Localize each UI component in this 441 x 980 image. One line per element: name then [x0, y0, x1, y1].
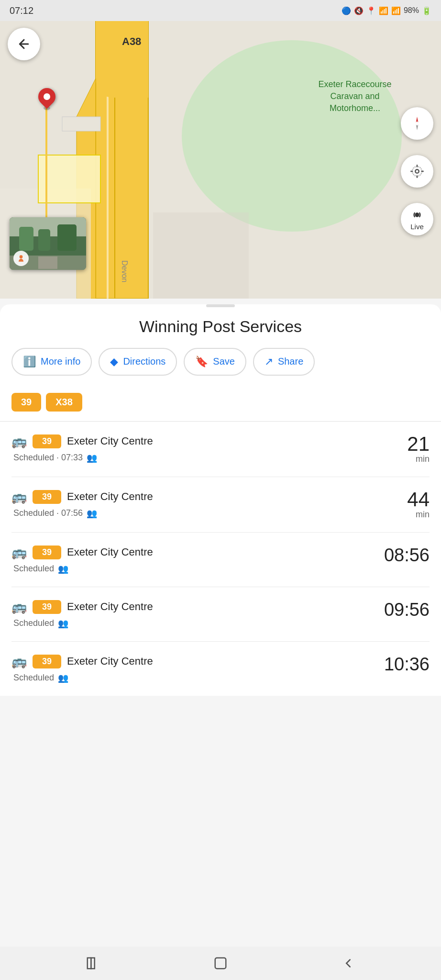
route-badge: 39 — [33, 600, 61, 614]
recent-apps-button[interactable] — [81, 951, 105, 975]
svg-marker-11 — [416, 117, 419, 122]
more-info-label: More info — [41, 356, 80, 367]
route-badge: 39 — [33, 434, 61, 448]
directions-label: Directions — [123, 356, 165, 367]
action-buttons-row: ℹ️ More info ◆ Directions 🔖 Save ↗ Share — [11, 348, 430, 379]
svg-marker-12 — [416, 124, 419, 130]
schedule-left: 🚌 39 Exeter City Centre Scheduled · 07:5… — [11, 490, 153, 519]
schedule-time: 21 min — [407, 434, 430, 464]
street-view-icon — [13, 251, 29, 266]
map-area: A38 Devon Exeter Racecourse Caravan and … — [0, 21, 441, 299]
route-destination: Exeter City Centre — [67, 490, 153, 503]
schedule-left: 🚌 39 Exeter City Centre Scheduled 👥 — [11, 600, 153, 629]
svg-rect-18 — [19, 227, 33, 251]
save-button[interactable]: 🔖 Save — [184, 348, 246, 376]
occupancy-icon: 👥 — [58, 673, 68, 683]
map-pin — [38, 88, 55, 110]
schedule-list: 🚌 39 Exeter City Centre Scheduled · 07:3… — [11, 422, 430, 696]
schedule-time: 10:36 — [384, 654, 430, 675]
status-text: Scheduled — [13, 673, 54, 683]
home-button[interactable] — [209, 951, 232, 975]
route-chip-39[interactable]: 39 — [11, 393, 41, 412]
occupancy-icon: 👥 — [87, 508, 97, 519]
location-icon: 📍 — [366, 6, 376, 15]
svg-rect-20 — [57, 224, 77, 251]
schedule-item[interactable]: 🚌 39 Exeter City Centre Scheduled 👥 08:5… — [11, 533, 430, 587]
directions-button[interactable]: ◆ Directions — [99, 348, 177, 376]
duration-unit: min — [416, 510, 430, 520]
schedule-top: 🚌 39 Exeter City Centre — [11, 600, 153, 614]
wifi-icon: 📶 — [379, 6, 388, 15]
nav-bar — [0, 947, 441, 980]
share-icon: ↗ — [265, 356, 273, 368]
bluetooth-icon: 🔵 — [342, 6, 351, 15]
status-time: 07:12 — [10, 5, 33, 16]
location-button[interactable] — [401, 155, 433, 188]
svg-rect-5 — [62, 117, 100, 131]
svg-point-15 — [416, 213, 419, 216]
schedule-item[interactable]: 🚌 39 Exeter City Centre Scheduled 👥 10:3… — [11, 642, 430, 696]
route-destination: Exeter City Centre — [67, 546, 153, 558]
route-destination: Exeter City Centre — [67, 655, 153, 668]
occupancy-icon: 👥 — [58, 564, 68, 574]
svg-text:A38: A38 — [122, 35, 141, 47]
save-label: Save — [213, 356, 235, 367]
bus-icon: 🚌 — [11, 654, 27, 669]
battery-indicator: 98% — [404, 6, 419, 15]
back-button[interactable] — [8, 28, 40, 60]
status-text: Scheduled — [13, 618, 54, 628]
svg-rect-19 — [38, 229, 50, 251]
schedule-item[interactable]: 🚌 39 Exeter City Centre Scheduled · 07:5… — [11, 477, 430, 533]
bus-icon: 🚌 — [11, 600, 27, 614]
info-icon: ℹ️ — [23, 356, 36, 368]
schedule-left: 🚌 39 Exeter City Centre Scheduled 👥 — [11, 545, 153, 574]
schedule-left: 🚌 39 Exeter City Centre Scheduled 👥 — [11, 654, 153, 683]
schedule-item[interactable]: 🚌 39 Exeter City Centre Scheduled · 07:3… — [11, 422, 430, 477]
schedule-subtitle: Scheduled · 07:56 👥 — [11, 508, 153, 519]
svg-point-1 — [182, 40, 402, 232]
street-view-thumbnail[interactable] — [10, 217, 86, 270]
schedule-subtitle: Scheduled 👥 — [11, 618, 153, 629]
schedule-time: 09:56 — [384, 600, 430, 620]
park-label: Exeter Racecourse Caravan and Motorhome.… — [307, 78, 403, 115]
duration-unit: min — [416, 454, 430, 464]
svg-point-14 — [412, 167, 422, 176]
occupancy-icon: 👥 — [58, 618, 68, 629]
back-nav-button[interactable] — [336, 951, 360, 975]
svg-point-13 — [415, 169, 419, 173]
route-destination: Exeter City Centre — [67, 601, 153, 613]
battery-icon: 🔋 — [422, 6, 431, 15]
svg-rect-26 — [215, 958, 226, 969]
sheet-handle — [206, 304, 235, 307]
svg-rect-22 — [38, 256, 57, 269]
directions-icon: ◆ — [110, 356, 118, 368]
svg-text:Devon: Devon — [121, 260, 129, 282]
share-button[interactable]: ↗ Share — [253, 348, 315, 376]
schedule-time: 44 min — [407, 490, 430, 520]
status-text: Scheduled — [13, 564, 54, 574]
route-destination: Exeter City Centre — [67, 435, 153, 447]
bus-icon: 🚌 — [11, 434, 27, 449]
live-button[interactable]: Live — [401, 203, 433, 235]
schedule-top: 🚌 39 Exeter City Centre — [11, 434, 153, 449]
svg-rect-8 — [38, 155, 100, 203]
status-text: Scheduled · 07:33 — [13, 453, 83, 463]
route-chip-x38[interactable]: X38 — [46, 393, 82, 412]
duration-value: 21 — [407, 434, 430, 454]
status-bar: 07:12 🔵 🔇 📍 📶 📶 98% 🔋 — [0, 0, 441, 21]
schedule-item[interactable]: 🚌 39 Exeter City Centre Scheduled 👥 09:5… — [11, 587, 430, 642]
clock-value: 10:36 — [384, 654, 430, 675]
clock-value: 08:56 — [384, 545, 430, 566]
route-badge: 39 — [33, 655, 61, 668]
status-icons: 🔵 🔇 📍 📶 📶 98% 🔋 — [342, 6, 431, 15]
bus-icon: 🚌 — [11, 490, 27, 504]
compass-button[interactable] — [401, 107, 433, 140]
bottom-sheet: Winning Post Services ℹ️ More info ◆ Dir… — [0, 304, 441, 696]
svg-point-23 — [20, 255, 23, 258]
more-info-button[interactable]: ℹ️ More info — [11, 348, 92, 376]
signal-icon: 📶 — [391, 6, 401, 15]
schedule-top: 🚌 39 Exeter City Centre — [11, 490, 153, 504]
clock-value: 09:56 — [384, 600, 430, 620]
share-label: Share — [278, 356, 303, 367]
schedule-top: 🚌 39 Exeter City Centre — [11, 654, 153, 669]
